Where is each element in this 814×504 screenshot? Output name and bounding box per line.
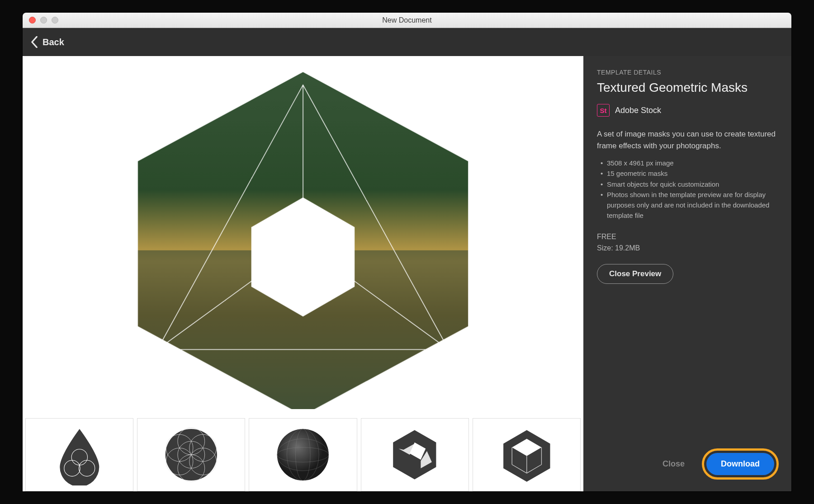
thumbnail-5[interactable] <box>473 418 581 491</box>
section-label: TEMPLATE DETAILS <box>597 69 778 76</box>
feature-list: 3508 x 4961 px image 15 geometric masks … <box>597 158 778 221</box>
new-document-window: New Document Back <box>23 13 791 491</box>
sphere-grid-icon <box>257 424 349 485</box>
template-title: Textured Geometric Masks <box>597 80 778 95</box>
window-maximize-button[interactable] <box>52 17 58 24</box>
titlebar: New Document <box>23 13 791 28</box>
preview-pane <box>23 56 583 491</box>
footer-buttons: Close Download <box>653 448 779 480</box>
cube-hexagon-icon <box>481 424 573 485</box>
chevron-left-icon <box>31 36 38 48</box>
details-panel: TEMPLATE DETAILS Textured Geometric Mask… <box>583 56 791 491</box>
window-close-button[interactable] <box>29 17 36 24</box>
close-button[interactable]: Close <box>653 453 694 475</box>
toolbar: Back <box>23 28 791 56</box>
window-minimize-button[interactable] <box>40 17 47 24</box>
thumbnail-strip <box>23 418 583 491</box>
hexagon-preview-image <box>104 65 502 409</box>
thumbnail-3[interactable] <box>249 418 357 491</box>
download-button[interactable]: Download <box>706 453 774 475</box>
size-label: Size: 19.2MB <box>597 242 778 254</box>
thumbnail-4[interactable] <box>361 418 469 491</box>
feature-item: 3508 x 4961 px image <box>597 158 778 168</box>
thumbnail-2[interactable] <box>137 418 245 491</box>
source-row[interactable]: St Adobe Stock <box>597 104 778 117</box>
feature-item: 15 geometric masks <box>597 168 778 179</box>
close-preview-button[interactable]: Close Preview <box>597 264 673 284</box>
download-highlight: Download <box>702 448 779 480</box>
price-label: FREE <box>597 231 778 243</box>
template-description: A set of image masks you can use to crea… <box>597 128 778 151</box>
back-label: Back <box>43 37 64 47</box>
adobe-stock-icon: St <box>597 104 610 117</box>
flower-circle-icon <box>146 424 237 485</box>
feature-item: Photos shown in the template preview are… <box>597 189 778 221</box>
back-button[interactable]: Back <box>31 36 64 48</box>
svg-point-21 <box>277 429 329 480</box>
source-name: Adobe Stock <box>615 106 661 115</box>
preview-hero <box>23 56 583 418</box>
drop-shape-icon <box>34 424 125 485</box>
feature-item: Smart objects for quick customization <box>597 179 778 189</box>
traffic-lights <box>29 17 58 24</box>
thumbnail-1[interactable] <box>25 418 133 491</box>
content: TEMPLATE DETAILS Textured Geometric Mask… <box>23 56 791 491</box>
window-title: New Document <box>382 16 431 24</box>
price-size: FREE Size: 19.2MB <box>597 231 778 254</box>
aperture-icon <box>369 424 460 485</box>
